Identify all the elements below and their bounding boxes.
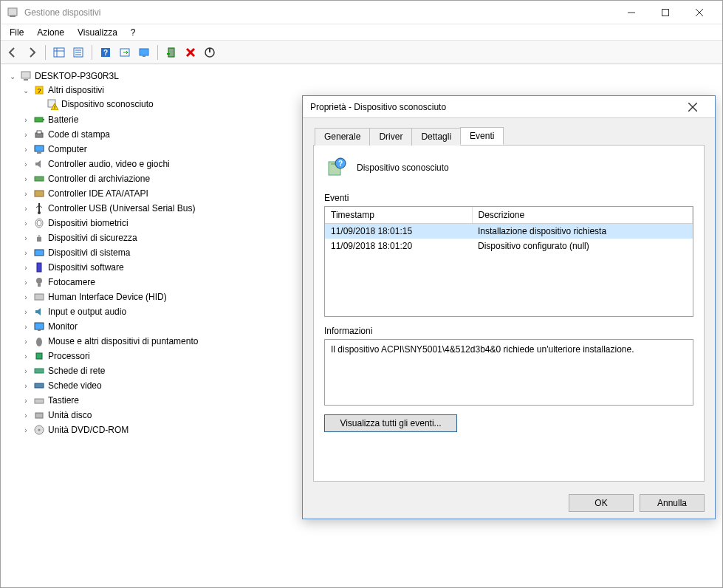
separator <box>92 45 92 60</box>
chevron-right-icon[interactable]: › <box>21 307 30 316</box>
svg-rect-36 <box>35 191 44 196</box>
tree-label: Schede di rete <box>48 366 105 376</box>
menu-help[interactable]: ? <box>125 26 142 39</box>
view-all-events-button[interactable]: Visualizza tutti gli eventi... <box>324 414 457 432</box>
svg-rect-51 <box>35 383 44 388</box>
device-icon: ? <box>324 156 348 180</box>
event-row[interactable]: 11/09/2018 18:01:20 Dispositivo configur… <box>325 239 693 253</box>
tab-strip: Generale Driver Dettagli Eventi <box>313 127 705 146</box>
tree-label: DESKTOP-P3G0R3L <box>35 71 119 81</box>
forward-button[interactable] <box>23 44 41 61</box>
chevron-right-icon[interactable]: › <box>21 145 30 154</box>
tab-details[interactable]: Dettagli <box>411 128 461 146</box>
software-icon <box>33 261 45 273</box>
chevron-right-icon[interactable]: › <box>21 248 30 257</box>
window-controls <box>614 1 716 24</box>
tree-label: Controller audio, video e giochi <box>48 159 170 169</box>
chevron-down-icon[interactable]: ⌄ <box>8 72 17 81</box>
tab-driver[interactable]: Driver <box>369 128 412 146</box>
svg-rect-49 <box>36 353 42 359</box>
event-row[interactable]: 11/09/2018 18:01:15 Installazione dispos… <box>325 224 693 239</box>
chevron-right-icon[interactable]: › <box>21 189 30 198</box>
ide-icon <box>33 188 45 199</box>
svg-rect-29 <box>35 117 43 122</box>
chevron-down-icon[interactable]: ⌄ <box>21 86 30 95</box>
app-icon <box>7 7 18 18</box>
menu-action[interactable]: Azione <box>31 26 70 39</box>
show-hide-tree-button[interactable] <box>50 44 68 61</box>
column-timestamp[interactable]: Timestamp <box>325 207 472 224</box>
chevron-right-icon[interactable]: › <box>21 411 30 420</box>
monitor-button[interactable] <box>135 44 153 61</box>
chevron-right-icon[interactable]: › <box>21 219 30 228</box>
chevron-right-icon[interactable]: › <box>21 115 30 124</box>
tab-events[interactable]: Eventi <box>460 127 504 145</box>
chevron-right-icon[interactable]: › <box>21 174 30 183</box>
tree-label: Tastiere <box>48 395 79 406</box>
printer-icon <box>33 129 45 140</box>
chevron-right-icon[interactable]: › <box>21 204 30 213</box>
column-description[interactable]: Descrizione <box>472 207 693 224</box>
tree-label: Controller IDE ATA/ATAPI <box>48 188 148 199</box>
chevron-right-icon[interactable]: › <box>21 425 30 434</box>
event-description: Dispositivo configurato (null) <box>472 239 693 253</box>
close-button[interactable] <box>682 1 716 24</box>
properties-button[interactable] <box>69 44 87 61</box>
chevron-right-icon[interactable]: › <box>21 293 30 301</box>
chevron-right-icon[interactable]: › <box>21 278 30 287</box>
chevron-right-icon[interactable]: › <box>21 263 30 272</box>
svg-rect-6 <box>54 48 64 57</box>
chevron-right-icon[interactable]: › <box>21 381 30 390</box>
dialog-titlebar: Proprietà - Dispositivo sconosciuto <box>303 96 715 118</box>
svg-rect-45 <box>35 294 44 300</box>
ok-button[interactable]: OK <box>569 494 634 512</box>
battery-icon <box>33 114 45 126</box>
maximize-button[interactable] <box>648 1 682 24</box>
chevron-right-icon[interactable]: › <box>21 160 30 168</box>
cancel-button[interactable]: Annulla <box>640 494 705 512</box>
tab-pane-events: ? Dispositivo sconosciuto Eventi Timesta… <box>313 146 705 482</box>
dialog-footer: OK Annulla <box>303 488 715 519</box>
chevron-right-icon[interactable]: › <box>21 396 30 405</box>
tree-root[interactable]: ⌄ DESKTOP-P3G0R3L <box>7 69 716 83</box>
dialog-close-button[interactable] <box>678 97 707 117</box>
back-button[interactable] <box>4 44 21 61</box>
info-textarea[interactable]: Il dispositivo ACPI\SNY5001\4&512d3b4&0 … <box>324 339 693 406</box>
svg-rect-35 <box>35 177 44 181</box>
menu-file[interactable]: File <box>4 26 30 39</box>
svg-rect-18 <box>168 48 174 57</box>
menu-view[interactable]: Visualizza <box>72 26 123 39</box>
chevron-right-icon[interactable]: › <box>21 366 30 375</box>
events-list[interactable]: Timestamp Descrizione 11/09/2018 18:01:1… <box>324 206 693 317</box>
chevron-right-icon[interactable]: › <box>21 337 30 346</box>
tree-label: Altri dispositivi <box>48 85 104 95</box>
tab-general[interactable]: Generale <box>315 128 370 146</box>
svg-point-48 <box>36 338 42 346</box>
computer-icon <box>33 143 45 155</box>
svg-point-39 <box>37 220 41 226</box>
scan-button[interactable] <box>116 44 134 61</box>
processor-icon <box>33 350 45 362</box>
disable-button[interactable] <box>201 44 219 61</box>
event-timestamp: 11/09/2018 18:01:20 <box>325 239 472 253</box>
svg-rect-50 <box>35 369 44 373</box>
chevron-right-icon[interactable]: › <box>21 233 30 242</box>
chevron-right-icon[interactable]: › <box>21 130 30 139</box>
shield-icon <box>33 232 45 244</box>
display-adapter-icon <box>33 380 45 392</box>
uninstall-button[interactable] <box>182 44 199 61</box>
dialog-body: Generale Driver Dettagli Eventi ? Dispos… <box>303 118 715 488</box>
svg-rect-34 <box>37 152 41 154</box>
svg-rect-0 <box>8 8 17 16</box>
chevron-right-icon[interactable]: › <box>21 352 30 360</box>
separator <box>157 45 158 60</box>
svg-rect-23 <box>24 79 28 81</box>
svg-rect-30 <box>43 119 44 120</box>
minimize-button[interactable] <box>614 1 648 24</box>
help-button[interactable]: ? <box>97 44 114 61</box>
tree-label: Dispositivi di sistema <box>48 247 130 258</box>
chevron-right-icon[interactable]: › <box>21 322 30 331</box>
svg-rect-1 <box>10 16 16 17</box>
tree-label: Unità disco <box>48 410 92 420</box>
update-driver-button[interactable] <box>162 44 180 61</box>
